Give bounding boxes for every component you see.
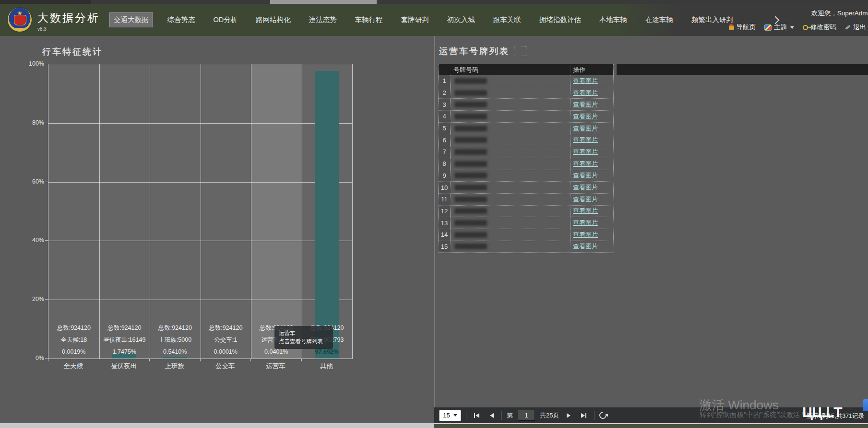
plate-cell [451,75,571,87]
bar-label-stack: 总数:924120上班族:50000.5410% [150,320,201,359]
view-image-link[interactable]: 查看图片 [573,207,598,214]
nav-item-7[interactable]: 套牌研判 [397,13,433,27]
view-image-link[interactable]: 查看图片 [573,125,598,132]
blurred-plate-number [454,90,487,96]
table-panel-title-text: 运营车号牌列表 [439,46,510,57]
edge-blue-icon[interactable] [863,399,868,411]
prev-page-button[interactable] [487,413,497,418]
plate-cell [451,99,571,110]
bar-chart-plot: 总数:924120全天候:180.0019%总数:924120昼伏夜出:1614… [48,64,353,359]
nav-item-10[interactable]: 拥堵指数评估 [535,13,585,27]
category-label-4: 公交车 [200,362,251,370]
theme-icon [764,24,772,31]
nav-item-12[interactable]: 在途车辆 [642,13,677,27]
table-row[interactable]: 5 查看图片 [439,123,613,135]
view-image-link[interactable]: 查看图片 [573,101,598,108]
bar-label: 97.692% [302,348,353,356]
table-body: 1 查看图片 2 查看图片 3 [439,75,613,253]
table-row[interactable]: 13 查看图片 [439,217,613,229]
logout-link[interactable]: 退出 [845,23,866,32]
index-column-header [439,64,450,75]
category-label-5: 运营车 [250,362,301,370]
refresh-icon[interactable] [598,410,608,420]
blurred-plate-number [454,102,487,107]
nav-page-link[interactable]: 导航页 [729,23,756,32]
table-row[interactable]: 14 查看图片 [439,229,613,241]
bar-label: 0.0001% [201,348,251,356]
view-image-link[interactable]: 查看图片 [573,196,598,203]
category-label-3: 上班族 [149,362,200,370]
row-index: 10 [439,182,451,193]
view-image-link[interactable]: 查看图片 [573,219,598,226]
view-image-link[interactable]: 查看图片 [573,172,598,179]
x-tick-mark [48,359,48,361]
chart-tooltip: 运营车 点击查看号牌列表 [274,326,333,349]
table-row[interactable]: 8 查看图片 [439,158,613,170]
view-image-link[interactable]: 查看图片 [573,89,598,96]
last-page-button[interactable] [578,413,589,418]
row-index: 1 [439,75,451,87]
y-axis-label: 100% [19,60,44,67]
view-image-link[interactable]: 查看图片 [573,243,598,250]
view-image-link[interactable]: 查看图片 [573,160,598,167]
last-page-icon [581,413,585,418]
y-tick-mark [45,299,48,300]
nav-item-6[interactable]: 车辆行程 [351,13,387,27]
view-image-link[interactable]: 查看图片 [573,77,598,84]
view-image-link[interactable]: 查看图片 [573,113,598,120]
view-image-link[interactable]: 查看图片 [573,136,598,143]
next-page-button[interactable] [564,413,573,418]
nav-item-8[interactable]: 初次入城 [443,13,479,27]
table-row[interactable]: 7 查看图片 [439,146,613,158]
table-row[interactable]: 10 查看图片 [439,182,613,194]
view-image-link[interactable]: 查看图片 [573,148,598,155]
bar-label: 总数:924120 [201,324,251,332]
nav-item-9[interactable]: 跟车关联 [489,13,525,27]
action-cell: 查看图片 [571,148,613,156]
change-password-link[interactable]: 修改密码 [803,23,836,32]
page-prefix-label: 第 [507,411,513,420]
blurred-plate-number [454,232,487,238]
nav-item-11[interactable]: 本地车辆 [595,13,631,27]
theme-link[interactable]: 主题 [764,23,794,32]
plate-cell [451,241,571,253]
table-row[interactable]: 11 查看图片 [439,194,613,206]
table-row[interactable]: 6 查看图片 [439,134,613,146]
table-row[interactable]: 9 查看图片 [439,170,613,182]
logout-label: 退出 [853,23,866,32]
overlay-artifact: ЦЦ⊥Т [802,404,842,420]
plate-cell [451,194,571,205]
x-tick-mark [149,359,150,361]
page-size-select[interactable]: 15 [439,410,461,421]
nav-item-5[interactable]: 违法态势 [305,13,341,27]
view-image-link[interactable]: 查看图片 [573,231,598,238]
chevron-down-icon [790,26,794,29]
nav-item-1[interactable]: 交通大数据 [109,12,153,27]
table-row[interactable]: 2 查看图片 [439,87,613,99]
nav-item-2[interactable]: 综合势态 [164,13,199,27]
table-row[interactable]: 12 查看图片 [439,206,613,218]
action-column-header: 操作 [571,66,613,74]
table-row[interactable]: 4 查看图片 [439,111,613,123]
action-cell: 查看图片 [571,100,613,109]
bar-6 [315,71,339,359]
action-cell: 查看图片 [571,231,613,239]
highlighted-column[interactable] [251,64,302,359]
table-row[interactable]: 1 查看图片 [439,75,613,87]
action-cell: 查看图片 [571,242,613,251]
action-cell: 查看图片 [571,77,613,85]
x-tick-mark [301,359,302,361]
y-axis-label: 40% [19,237,44,243]
page-number-input[interactable] [518,410,535,421]
row-index: 8 [439,158,451,170]
first-page-button[interactable] [471,413,482,418]
nav-item-3[interactable]: OD分析 [210,13,242,27]
table-row[interactable]: 15 查看图片 [439,241,613,253]
horizontal-scrollbar[interactable] [0,423,434,428]
total-pages-label: 共25页 [540,411,559,420]
nav-item-4[interactable]: 路网结构化 [252,13,295,27]
bar-label: 全天候:18 [48,336,99,344]
blurred-plate-number [454,114,487,119]
table-row[interactable]: 3 查看图片 [439,99,613,111]
view-image-link[interactable]: 查看图片 [573,184,598,191]
